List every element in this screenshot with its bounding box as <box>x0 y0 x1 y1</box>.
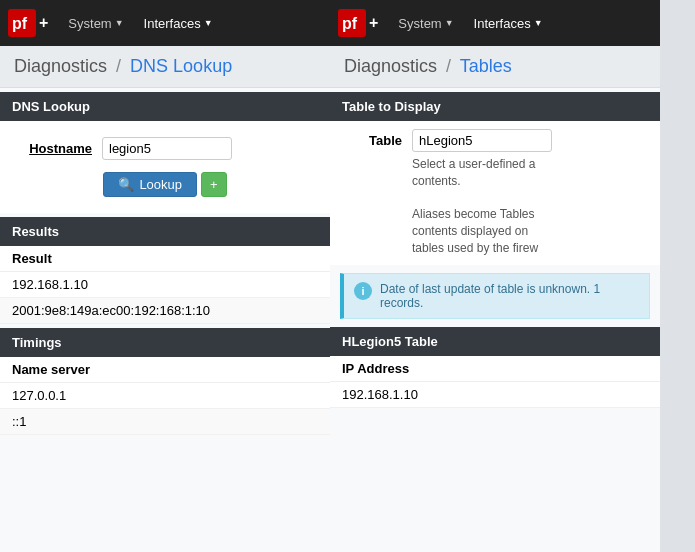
result-col-header: Result <box>0 246 330 272</box>
right-breadcrumb: Diagnostics / Tables <box>330 46 660 88</box>
table-input[interactable] <box>412 129 552 152</box>
table-row: 127.0.0.1 <box>0 383 330 409</box>
hostname-input[interactable] <box>102 137 232 160</box>
right-breadcrumb-sep: / <box>446 56 451 76</box>
left-nav-interfaces[interactable]: Interfaces ▼ <box>136 12 221 35</box>
brand-plus: + <box>39 14 48 32</box>
right-system-caret-icon: ▼ <box>445 18 454 28</box>
result-value-2: 2001:9e8:149a:ec00:192:168:1:10 <box>0 298 330 324</box>
plus-button[interactable]: + <box>201 172 227 197</box>
interfaces-caret-icon: ▼ <box>204 18 213 28</box>
nameserver-value-2: ::1 <box>0 409 330 435</box>
left-breadcrumb-parent: Diagnostics <box>14 56 107 76</box>
right-brand: pf + <box>338 9 378 37</box>
lookup-button[interactable]: 🔍 Lookup <box>103 172 197 197</box>
results-section: Results Result 192.168.1.10 2001:9e8:149… <box>0 217 330 324</box>
table-row: 192.168.1.10 <box>330 381 660 407</box>
info-message: Date of last update of table is unknown.… <box>380 282 639 310</box>
ip-address-col-header: IP Address <box>330 356 660 382</box>
table-form-row: Table Select a user-defined a contents. … <box>330 121 660 265</box>
hlegion5-section: HLegion5 Table IP Address 192.168.1.10 <box>330 327 660 408</box>
table-row: ::1 <box>0 409 330 435</box>
left-nav-system[interactable]: System ▼ <box>60 12 131 35</box>
nameserver-col-header: Name server <box>0 357 330 383</box>
info-icon: i <box>354 282 372 300</box>
nameserver-value-1: 127.0.0.1 <box>0 383 330 409</box>
system-caret-icon: ▼ <box>115 18 124 28</box>
hlegion5-table: IP Address 192.168.1.10 <box>330 356 660 408</box>
right-panel: pf + System ▼ Interfaces ▼ Diagnostics /… <box>330 0 660 552</box>
timings-table: Name server 127.0.0.1 ::1 <box>0 357 330 435</box>
search-icon: 🔍 <box>118 177 134 192</box>
table-hint: Select a user-defined a contents. Aliase… <box>412 156 648 257</box>
ip-address-value-1: 192.168.1.10 <box>330 381 660 407</box>
left-brand: pf + <box>8 9 48 37</box>
lookup-btn-row: 🔍 Lookup + <box>0 166 330 203</box>
svg-text:pf: pf <box>342 15 358 32</box>
table-display-header: Table to Display <box>330 92 660 121</box>
right-brand-plus: + <box>369 14 378 32</box>
pfsense-logo: pf <box>8 9 36 37</box>
table-label: Table <box>342 129 412 148</box>
info-box: i Date of last update of table is unknow… <box>340 273 650 319</box>
table-display-section: Table to Display Table Select a user-def… <box>330 92 660 265</box>
table-form-content: Select a user-defined a contents. Aliase… <box>412 129 648 257</box>
dns-lookup-header: DNS Lookup <box>0 92 330 121</box>
left-breadcrumb: Diagnostics / DNS Lookup <box>0 46 330 88</box>
right-breadcrumb-current: Tables <box>460 56 512 76</box>
svg-text:pf: pf <box>12 15 28 32</box>
right-nav-interfaces[interactable]: Interfaces ▼ <box>466 12 551 35</box>
left-breadcrumb-sep: / <box>116 56 121 76</box>
left-navbar: pf + System ▼ Interfaces ▼ <box>0 0 330 46</box>
right-interfaces-caret-icon: ▼ <box>534 18 543 28</box>
right-navbar: pf + System ▼ Interfaces ▼ <box>330 0 660 46</box>
dns-lookup-section: DNS Lookup Hostname 🔍 Lookup + <box>0 92 330 213</box>
right-nav-system[interactable]: System ▼ <box>390 12 461 35</box>
table-row: 2001:9e8:149a:ec00:192:168:1:10 <box>0 298 330 324</box>
right-breadcrumb-parent: Diagnostics <box>344 56 437 76</box>
results-table: Result 192.168.1.10 2001:9e8:149a:ec00:1… <box>0 246 330 324</box>
left-panel: pf + System ▼ Interfaces ▼ Diagnostics /… <box>0 0 330 552</box>
left-breadcrumb-current: DNS Lookup <box>130 56 232 76</box>
hostname-label: Hostname <box>12 141 102 156</box>
result-value-1: 192.168.1.10 <box>0 272 330 298</box>
timings-header: Timings <box>0 328 330 357</box>
table-row: 192.168.1.10 <box>0 272 330 298</box>
results-header: Results <box>0 217 330 246</box>
hlegion5-header: HLegion5 Table <box>330 327 660 356</box>
dns-form-area: Hostname 🔍 Lookup + <box>0 121 330 213</box>
timings-section: Timings Name server 127.0.0.1 ::1 <box>0 328 330 435</box>
hostname-row: Hostname <box>0 131 330 166</box>
pfsense-logo-right: pf <box>338 9 366 37</box>
